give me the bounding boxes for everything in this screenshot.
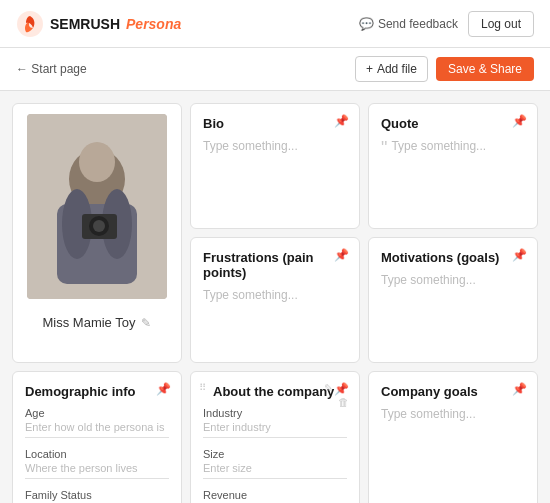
industry-input-placeholder[interactable]: Enter industry xyxy=(203,421,347,438)
header: SEMRUSH Persona 💬 Send feedback Log out xyxy=(0,0,550,48)
age-input-placeholder[interactable]: Enter how old the persona is xyxy=(25,421,169,438)
industry-label: Industry xyxy=(203,407,347,419)
size-label: Size xyxy=(203,448,347,460)
logo: SEMRUSH Persona xyxy=(16,10,181,38)
frustrations-pin-icon[interactable]: 📌 xyxy=(334,248,349,262)
svg-point-3 xyxy=(79,142,115,182)
semrush-logo-icon xyxy=(16,10,44,38)
avatar-name: Miss Mamie Toy xyxy=(43,315,136,330)
motivations-card: 📌 Motivations (goals) Type something... xyxy=(368,237,538,363)
start-page-link[interactable]: ← Start page xyxy=(16,62,87,76)
bio-placeholder: Type something... xyxy=(203,139,347,153)
location-input-placeholder[interactable]: Where the person lives xyxy=(25,462,169,479)
size-input-placeholder[interactable]: Enter size xyxy=(203,462,347,479)
family-status-label: Family Status xyxy=(25,489,169,501)
quote-title: Quote xyxy=(381,116,525,131)
about-company-pin-icon[interactable]: 📌 xyxy=(334,382,349,396)
family-status-field-group: Family Status Enter family status xyxy=(25,489,169,503)
quote-mark-icon: " xyxy=(381,139,387,157)
logo-semrush-text: SEMRUSH xyxy=(50,16,120,32)
frustrations-card: 📌 Frustrations (pain points) Type someth… xyxy=(190,237,360,363)
revenue-field-group: Revenue Enter revenue xyxy=(203,489,347,503)
frustrations-placeholder: Type something... xyxy=(203,288,347,302)
company-goals-pin-icon[interactable]: 📌 xyxy=(512,382,527,396)
age-field-group: Age Enter how old the persona is xyxy=(25,407,169,438)
avatar-edit-icon[interactable]: ✎ xyxy=(141,316,151,330)
size-field-group: Size Enter size xyxy=(203,448,347,479)
company-goals-title: Company goals xyxy=(381,384,525,399)
save-share-button[interactable]: Save & Share xyxy=(436,57,534,81)
industry-field-group: Industry Enter industry xyxy=(203,407,347,438)
main-grid: Miss Mamie Toy ✎ 📌 Bio Type something...… xyxy=(0,91,550,503)
quote-pin-icon[interactable]: 📌 xyxy=(512,114,527,128)
svg-point-9 xyxy=(93,220,105,232)
subheader: ← Start page + Add file Save & Share xyxy=(0,48,550,91)
age-label: Age xyxy=(25,407,169,419)
svg-point-0 xyxy=(17,11,43,37)
motivations-title: Motivations (goals) xyxy=(381,250,525,265)
quote-placeholder: Type something... xyxy=(391,139,486,153)
avatar-card: Miss Mamie Toy ✎ xyxy=(12,103,182,363)
add-file-button[interactable]: + Add file xyxy=(355,56,428,82)
chat-bubble-icon: 💬 xyxy=(359,17,374,31)
demographic-title: Demographic info xyxy=(25,384,169,399)
add-file-label: Add file xyxy=(377,62,417,76)
feedback-label: Send feedback xyxy=(378,17,458,31)
send-feedback-button[interactable]: 💬 Send feedback xyxy=(359,17,458,31)
quote-card: 📌 Quote " Type something... xyxy=(368,103,538,229)
avatar-svg xyxy=(27,114,167,299)
about-company-card: ⠿ 📌 ✎ 🗑 About the company Industry Enter… xyxy=(190,371,360,503)
bio-card: 📌 Bio Type something... xyxy=(190,103,360,229)
frustrations-title: Frustrations (pain points) xyxy=(203,250,347,280)
logout-button[interactable]: Log out xyxy=(468,11,534,37)
subheader-actions: + Add file Save & Share xyxy=(355,56,534,82)
start-page-label: ← Start page xyxy=(16,62,87,76)
header-right: 💬 Send feedback Log out xyxy=(359,11,534,37)
revenue-label: Revenue xyxy=(203,489,347,501)
location-field-group: Location Where the person lives xyxy=(25,448,169,479)
plus-icon: + xyxy=(366,62,373,76)
about-company-edit-icon[interactable]: ✎ xyxy=(324,382,333,395)
logo-persona-text: Persona xyxy=(126,16,181,32)
location-label: Location xyxy=(25,448,169,460)
company-goals-card: 📌 Company goals Type something... xyxy=(368,371,538,503)
avatar-image xyxy=(27,114,167,299)
about-company-trash-icon[interactable]: 🗑 xyxy=(338,396,349,408)
motivations-pin-icon[interactable]: 📌 xyxy=(512,248,527,262)
motivations-placeholder: Type something... xyxy=(381,273,525,287)
demographic-pin-icon[interactable]: 📌 xyxy=(156,382,171,396)
company-goals-placeholder: Type something... xyxy=(381,407,525,421)
pin-icon[interactable]: 📌 xyxy=(334,114,349,128)
drag-handle-icon[interactable]: ⠿ xyxy=(199,382,206,393)
bio-title: Bio xyxy=(203,116,347,131)
demographic-card: 📌 Demographic info Age Enter how old the… xyxy=(12,371,182,503)
avatar-name-row: Miss Mamie Toy ✎ xyxy=(23,315,171,330)
